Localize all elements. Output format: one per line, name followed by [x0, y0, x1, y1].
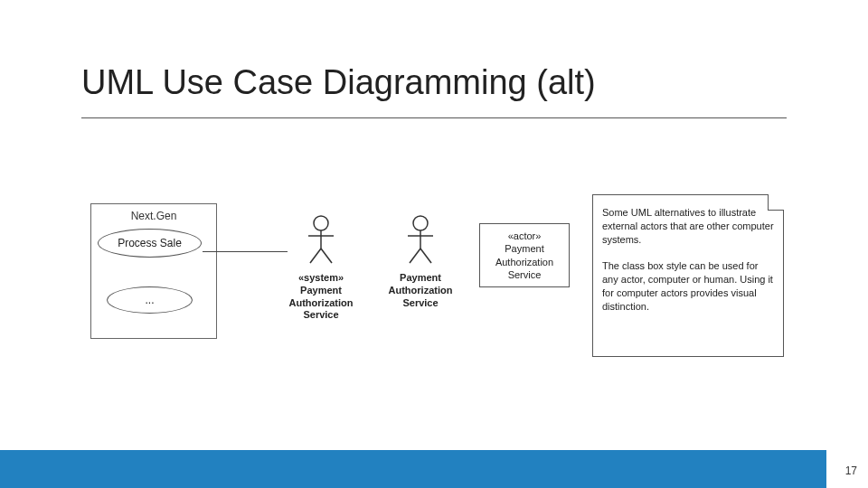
slide: UML Use Case Diagramming (alt) Next.Gen …	[0, 0, 868, 488]
system-boundary-box: Next.Gen	[90, 203, 217, 339]
svg-point-0	[314, 216, 328, 230]
uml-diagram: Next.Gen Process Sale ... «system» Payme…	[90, 194, 787, 375]
uml-note: Some UML alternatives to illustrate exte…	[592, 194, 784, 357]
svg-line-3	[310, 249, 321, 263]
classbox-name: Payment Authorization Service	[484, 242, 565, 281]
slide-title: UML Use Case Diagramming (alt)	[81, 63, 596, 102]
page-number: 17	[845, 465, 857, 477]
classbox-stereotype: «actor»	[484, 230, 565, 242]
note-paragraph: Some UML alternatives to illustrate exte…	[602, 206, 774, 247]
system-boundary-title: Next.Gen	[91, 210, 216, 222]
actor-stick-system: «system» Payment Authorization Service	[280, 214, 362, 322]
title-underline	[81, 117, 787, 118]
footer-bar	[0, 450, 868, 488]
use-case-ellipsis: ...	[107, 286, 193, 314]
svg-line-9	[420, 249, 431, 263]
actor-stereotype: «system»	[280, 272, 362, 285]
svg-line-8	[410, 249, 420, 263]
actor-name: Payment Authorization Service	[380, 272, 461, 309]
use-case-label: Process Sale	[118, 237, 182, 249]
stick-figure-icon	[303, 214, 339, 265]
actor-name: Payment Authorization Service	[280, 285, 362, 322]
association-line	[203, 251, 288, 252]
svg-line-4	[321, 249, 332, 263]
actor-classbox: «actor» Payment Authorization Service	[479, 223, 570, 287]
use-case-label: ...	[145, 294, 154, 306]
note-paragraph: The class box style can be used for any …	[602, 259, 774, 313]
use-case-process-sale: Process Sale	[98, 229, 202, 258]
svg-point-5	[413, 216, 428, 230]
note-fold	[768, 194, 784, 211]
stick-figure-icon	[402, 214, 439, 265]
actor-stick-plain: Payment Authorization Service	[380, 214, 461, 309]
